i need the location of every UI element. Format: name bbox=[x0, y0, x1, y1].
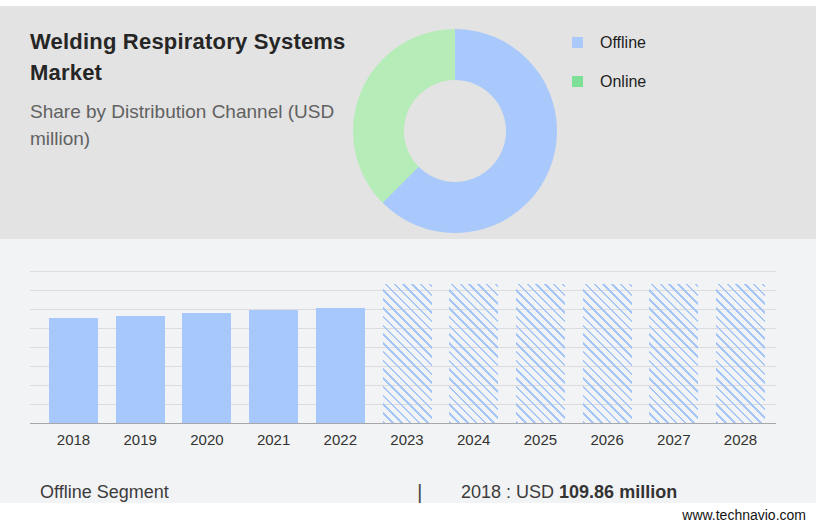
bar-2022 bbox=[316, 308, 365, 423]
legend-label: Online bbox=[600, 73, 646, 91]
x-axis-label-2023: 2023 bbox=[374, 431, 440, 448]
site-bar: www.technavio.com bbox=[0, 503, 816, 528]
market-summary-section: Welding Respiratory Systems Market Share… bbox=[0, 6, 816, 239]
website-link[interactable]: www.technavio.com bbox=[682, 503, 806, 527]
x-axis-label-2021: 2021 bbox=[241, 431, 307, 448]
legend-item-offline: Offline bbox=[572, 32, 646, 53]
stat-value: 109.86 million bbox=[559, 482, 677, 502]
bar-2018 bbox=[49, 318, 98, 423]
bar-plot: 2018201920202021202220232024202520262027… bbox=[30, 271, 776, 424]
x-axis-label-2022: 2022 bbox=[307, 431, 373, 448]
stat-2018: 2018 : USD 109.86 million bbox=[461, 479, 677, 505]
bar-2027-forecast bbox=[649, 284, 698, 423]
legend-swatch-offline bbox=[572, 37, 583, 48]
x-axis-label-2026: 2026 bbox=[574, 431, 640, 448]
legend-label: Offline bbox=[600, 34, 646, 52]
x-axis-label-2024: 2024 bbox=[441, 431, 507, 448]
title-block: Welding Respiratory Systems Market Share… bbox=[30, 26, 370, 152]
bar-2023-forecast bbox=[383, 284, 432, 423]
x-axis-label-2025: 2025 bbox=[507, 431, 573, 448]
legend-swatch-online bbox=[572, 76, 583, 87]
bar-2028-forecast bbox=[716, 284, 765, 423]
stat-prefix: 2018 : USD bbox=[461, 482, 554, 502]
x-axis-label-2027: 2027 bbox=[641, 431, 707, 448]
x-axis-label-2020: 2020 bbox=[174, 431, 240, 448]
bar-2021 bbox=[249, 310, 298, 423]
bar-2024-forecast bbox=[449, 284, 498, 423]
page-subtitle: Share by Distribution Channel (USD milli… bbox=[30, 98, 350, 152]
summary-footer: Offline Segment | 2018 : USD 109.86 mill… bbox=[0, 479, 816, 505]
gridline bbox=[30, 271, 776, 272]
bar-2026-forecast bbox=[583, 284, 632, 423]
bar-2020 bbox=[182, 313, 231, 423]
x-axis-label-2018: 2018 bbox=[41, 431, 107, 448]
page-title: Welding Respiratory Systems Market bbox=[30, 26, 370, 88]
bar-chart-section: 2018201920202021202220232024202520262027… bbox=[0, 239, 816, 503]
market-infographic: Welding Respiratory Systems Market Share… bbox=[0, 0, 816, 528]
chart-legend: OfflineOnline bbox=[572, 32, 646, 92]
bar-2019 bbox=[116, 316, 165, 423]
x-axis-label-2028: 2028 bbox=[708, 431, 774, 448]
segment-label: Offline Segment bbox=[40, 479, 169, 505]
bar-2025-forecast bbox=[516, 284, 565, 423]
separator: | bbox=[417, 479, 422, 505]
legend-item-online: Online bbox=[572, 71, 646, 92]
donut-hole bbox=[404, 80, 506, 182]
x-axis-label-2019: 2019 bbox=[107, 431, 173, 448]
donut-chart bbox=[353, 29, 557, 233]
